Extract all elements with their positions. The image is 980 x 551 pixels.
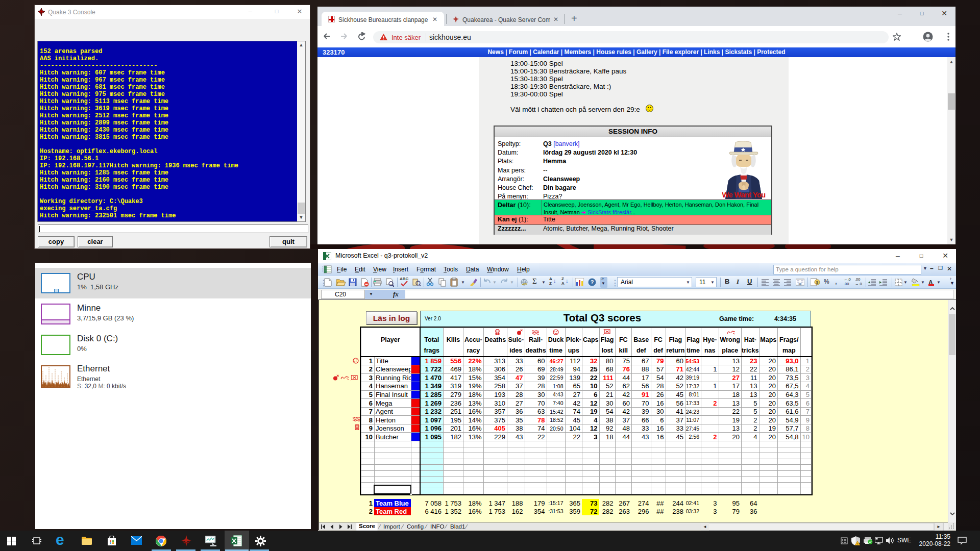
svg-text:a: a	[799, 282, 801, 285]
svg-text:$: $	[816, 280, 819, 285]
svg-text:?: ?	[591, 279, 594, 285]
svg-text:We Want You: We Want You	[722, 191, 766, 199]
